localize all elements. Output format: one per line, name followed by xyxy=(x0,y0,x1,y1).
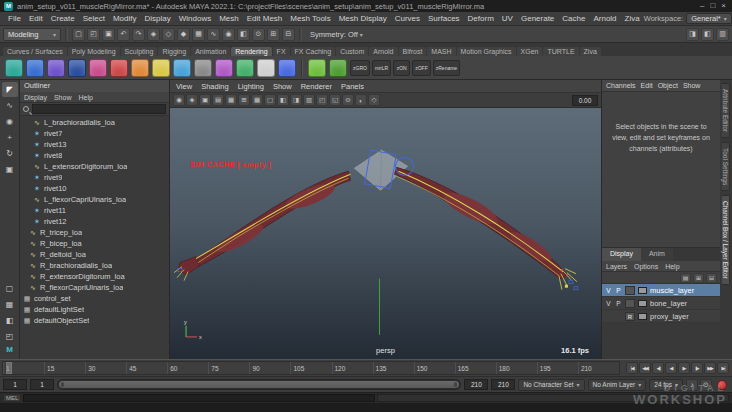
menu-item[interactable]: UV xyxy=(498,14,517,23)
select-tool-icon[interactable]: ◤ xyxy=(2,82,18,97)
ziva-solver-icon[interactable] xyxy=(308,59,326,77)
xray-toggle-icon[interactable]: ◇ xyxy=(368,94,380,106)
layer-display-type-toggle[interactable] xyxy=(625,286,635,295)
layer-menu-item[interactable]: Options xyxy=(634,263,658,270)
new-scene-icon[interactable]: ▢ xyxy=(72,28,85,41)
viewport-menu-item[interactable]: Panels xyxy=(341,82,364,91)
shelf-tab[interactable]: FX Caching xyxy=(291,47,336,56)
shelf-tab[interactable]: Rendering xyxy=(231,47,271,56)
shelf-tool-icon[interactable] xyxy=(194,59,212,77)
outliner-item[interactable]: ▦ defaultLightSet xyxy=(20,304,169,315)
move-tool-icon[interactable]: + xyxy=(2,130,18,145)
outliner-item[interactable]: ∿ R_flexorCapriUlnaris_loa xyxy=(20,282,169,293)
redo-icon[interactable]: ↷ xyxy=(132,28,145,41)
layer-row[interactable]: R proxy_layer xyxy=(602,310,720,323)
shelf-tab[interactable]: Sculpting xyxy=(121,47,158,56)
save-scene-icon[interactable]: ▣ xyxy=(102,28,115,41)
shelf-tool-icon[interactable] xyxy=(5,59,23,77)
step-forward-key-button[interactable]: ▶▶ xyxy=(704,362,716,374)
shelf-tool-icon[interactable] xyxy=(89,59,107,77)
menu-item[interactable]: Curves xyxy=(391,14,424,23)
play-forwards-button[interactable]: ▶ xyxy=(678,362,690,374)
layer-color-swatch[interactable] xyxy=(638,287,647,294)
open-scene-icon[interactable]: ◰ xyxy=(87,28,100,41)
layer-visibility-toggle[interactable]: V xyxy=(605,300,612,307)
menu-item[interactable]: File xyxy=(4,14,25,23)
step-back-frame-button[interactable]: ◀| xyxy=(652,362,664,374)
menu-item[interactable]: Mesh Tools xyxy=(286,14,334,23)
snap-plane-icon[interactable]: ◧ xyxy=(237,28,250,41)
menu-item[interactable]: Select xyxy=(79,14,109,23)
shelf-tool-icon[interactable] xyxy=(152,59,170,77)
shelf-tab[interactable]: Rigging xyxy=(158,47,190,56)
sidebar-tab[interactable]: Attribute Editor xyxy=(722,83,730,138)
maximize-button[interactable]: □ xyxy=(710,1,715,11)
outliner-item[interactable]: ∿ R_bicep_loa xyxy=(20,238,169,249)
lasso-tool-icon[interactable]: ∿ xyxy=(2,98,18,113)
layer-display-type-toggle[interactable]: R xyxy=(625,312,635,321)
workspace-selector[interactable]: Workspace:General*▾ xyxy=(644,13,732,24)
go-to-start-button[interactable]: |◀ xyxy=(626,362,638,374)
shelf-tool-icon[interactable] xyxy=(278,59,296,77)
playback-end-field[interactable]: 210 xyxy=(464,379,488,390)
snap-curve-icon[interactable]: ∿ xyxy=(207,28,220,41)
viewport-menu-item[interactable]: Lighting xyxy=(238,82,264,91)
resolution-gate-icon[interactable]: ◧ xyxy=(277,94,289,106)
layout-four-pane-icon[interactable]: ▦ xyxy=(2,297,18,312)
outliner-item[interactable]: ✶ rivet7 xyxy=(20,128,169,139)
menu-item[interactable]: Edit xyxy=(25,14,47,23)
shelf-tab[interactable]: Arnold xyxy=(369,47,397,56)
menu-item[interactable]: Deform xyxy=(464,14,498,23)
shelf-tab[interactable]: XGen xyxy=(517,47,543,56)
camera-attributes-icon[interactable]: ▣ xyxy=(199,94,211,106)
fps-selector[interactable]: 24 fps ▾ xyxy=(649,379,683,391)
symmetry-selector[interactable]: Symmetry: Off ▾ xyxy=(310,30,363,39)
safe-title-icon[interactable]: ◱ xyxy=(329,94,341,106)
animation-end-field[interactable]: 210 xyxy=(491,379,515,390)
range-slider[interactable] xyxy=(57,379,461,390)
snap-point-icon[interactable]: ◉ xyxy=(222,28,235,41)
rotate-tool-icon[interactable]: ↻ xyxy=(2,146,18,161)
outliner-item[interactable]: ▦ defaultObjectSet xyxy=(20,315,169,326)
layout-single-pane-icon[interactable]: ▢ xyxy=(2,281,18,296)
viewport-canvas[interactable]: y x SIM CACHE [ empty ] persp 16.1 fps xyxy=(170,108,601,359)
menu-item[interactable]: Windows xyxy=(175,14,215,23)
outliner-item[interactable]: ∿ L_flexorCapriUlnaris_loa xyxy=(20,194,169,205)
layout-two-pane-icon[interactable]: ◧ xyxy=(2,313,18,328)
ziva-shelf-button[interactable]: zON xyxy=(393,60,410,76)
mute-icon[interactable]: ♪ xyxy=(686,379,698,391)
layer-editor-tab[interactable]: Display xyxy=(602,248,641,261)
ziva-tool-icon[interactable] xyxy=(329,59,347,77)
select-object-icon[interactable]: ◇ xyxy=(162,28,175,41)
playback-speed-icon[interactable]: ⊙ xyxy=(700,379,712,391)
sidebar-tab[interactable]: Tool Settings xyxy=(722,142,730,191)
outliner-item[interactable]: ▦ control_set xyxy=(20,293,169,304)
layer-row[interactable]: V P bone_layer xyxy=(602,297,720,310)
layer-options-icon[interactable]: ▤ xyxy=(680,273,691,283)
toggle-attribute-editor-icon[interactable]: ◧ xyxy=(701,28,714,41)
grid-toggle-icon[interactable]: ▦ xyxy=(251,94,263,106)
shelf-tab[interactable]: Ziva xyxy=(580,47,601,56)
menu-item[interactable]: Display xyxy=(141,14,175,23)
minimize-button[interactable]: – xyxy=(700,1,704,11)
menu-item[interactable]: Surfaces xyxy=(424,14,464,23)
safe-action-icon[interactable]: ◰ xyxy=(316,94,328,106)
channel-box-menu-item[interactable]: Edit xyxy=(641,82,653,89)
layer-display-type-toggle[interactable] xyxy=(625,299,635,308)
shelf-tab[interactable]: MASH xyxy=(427,47,455,56)
command-input[interactable] xyxy=(23,394,375,402)
render-view-icon[interactable]: ⊟ xyxy=(282,28,295,41)
select-hierarchy-icon[interactable]: ◈ xyxy=(147,28,160,41)
image-plane-icon[interactable]: ▦ xyxy=(225,94,237,106)
menu-item[interactable]: Mesh xyxy=(215,14,243,23)
new-layer-from-selected-icon[interactable]: ⊟ xyxy=(706,273,717,283)
paint-select-tool-icon[interactable]: ◉ xyxy=(2,114,18,129)
outliner-item[interactable]: ✶ rivet13 xyxy=(20,139,169,150)
menu-item[interactable]: Create xyxy=(47,14,79,23)
gate-mask-icon[interactable]: ◨ xyxy=(290,94,302,106)
outliner-item[interactable]: ✶ rivet9 xyxy=(20,172,169,183)
ziva-shelf-button[interactable]: zOFF xyxy=(412,60,431,76)
2d-pan-zoom-icon[interactable]: ⊞ xyxy=(238,94,250,106)
ziva-shelf-button[interactable]: zGRO xyxy=(350,60,370,76)
range-slider-bar[interactable] xyxy=(59,381,459,388)
